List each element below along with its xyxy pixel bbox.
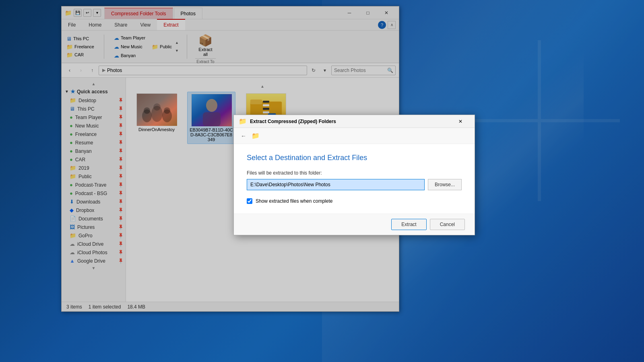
- dialog-overlay: 📁 Extract Compressed (Zipped) Folders ✕ …: [0, 0, 644, 362]
- dialog-cancel-button[interactable]: Cancel: [430, 219, 465, 230]
- extract-dialog: 📁 Extract Compressed (Zipped) Folders ✕ …: [233, 115, 475, 235]
- dialog-footer: Extract Cancel: [234, 214, 475, 235]
- dialog-title-bar: 📁 Extract Compressed (Zipped) Folders ✕: [234, 115, 475, 128]
- dialog-heading: Select a Destination and Extract Files: [247, 154, 462, 162]
- dialog-extract-button[interactable]: Extract: [391, 219, 426, 230]
- dialog-path-input[interactable]: [247, 179, 425, 190]
- dialog-path-row: Browse...: [247, 179, 462, 190]
- dialog-folder-label: Files will be extracted to this folder:: [247, 170, 462, 176]
- dialog-checkbox-label: Show extracted files when complete: [256, 198, 332, 204]
- dialog-body: Select a Destination and Extract Files F…: [234, 144, 475, 214]
- dialog-nav: ← 📁: [234, 128, 475, 144]
- dialog-close-button[interactable]: ✕: [451, 115, 470, 128]
- dialog-show-files-checkbox[interactable]: [247, 198, 252, 204]
- dialog-nav-icon: 📁: [252, 132, 260, 140]
- dialog-back-button[interactable]: ←: [239, 131, 248, 141]
- dialog-title-icon: 📁: [239, 117, 247, 125]
- dialog-title-text: Extract Compressed (Zipped) Folders: [250, 119, 451, 124]
- dialog-browse-button[interactable]: Browse...: [428, 179, 462, 190]
- dialog-checkbox-row: Show extracted files when complete: [247, 198, 462, 204]
